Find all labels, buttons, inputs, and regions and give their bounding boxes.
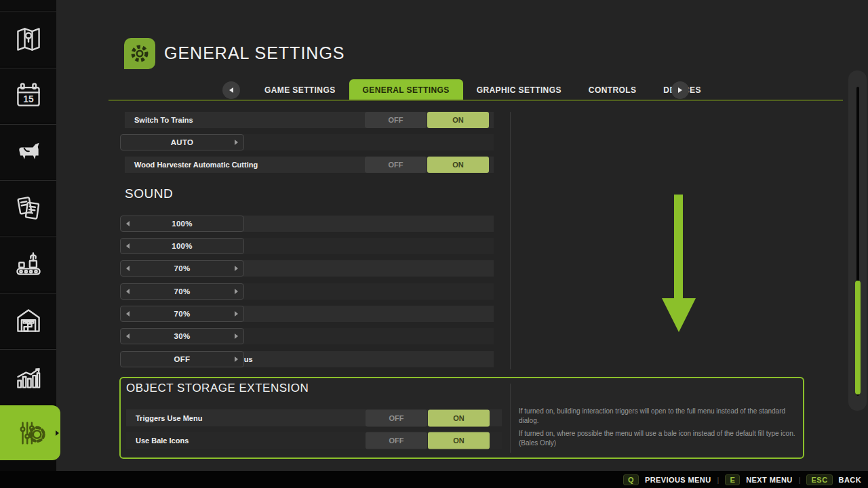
ose-section-heading: OBJECT STORAGE EXTENSION xyxy=(126,382,309,395)
stepper-right-icon[interactable] xyxy=(235,333,238,339)
sidebar: 15 xyxy=(0,0,56,471)
active-item-notch-icon xyxy=(56,430,59,436)
toggle-off-button[interactable]: OFF xyxy=(366,409,427,426)
calendar-icon: 15 xyxy=(14,81,43,110)
key-hint-bar: Q PREVIOUS MENU | E NEXT MENU | ESC BACK xyxy=(0,471,868,488)
volume-master-stepper[interactable]: 100% xyxy=(120,216,244,232)
sidebar-item-calendar[interactable]: 15 xyxy=(0,68,56,123)
key-q-badge: Q xyxy=(623,474,639,485)
left-arrow-icon xyxy=(229,87,233,93)
stepper-left-icon[interactable] xyxy=(126,221,130,226)
toggle-on-button[interactable]: ON xyxy=(428,409,490,426)
use-bale-icons-toggle: OFF ON xyxy=(366,432,490,449)
stepper-value: OFF xyxy=(174,355,191,363)
gui-volume-stepper[interactable]: 30% xyxy=(120,328,244,344)
key-esc-badge: ESC xyxy=(806,474,832,485)
tabs-prev-button[interactable] xyxy=(222,81,240,99)
toggle-on-button[interactable]: ON xyxy=(427,157,489,173)
radio-volume-stepper[interactable]: 70% xyxy=(120,306,244,322)
setting-row-character-volume: Character Volume 70% xyxy=(125,283,494,300)
tab-graphic-settings[interactable]: GRAPHIC SETTINGS xyxy=(463,79,575,100)
setting-row-switch-to-trains: Switch To Trains OFF ON xyxy=(125,112,494,128)
stepper-value: 70% xyxy=(174,287,191,296)
toggle-on-button[interactable]: ON xyxy=(428,432,490,449)
sidebar-item-statistics[interactable] xyxy=(0,349,56,404)
wood-harvester-toggle: OFF ON xyxy=(365,157,489,173)
map-icon xyxy=(14,24,43,54)
settings-sliders-gear-icon xyxy=(15,418,46,449)
setting-label: Switch To Trains xyxy=(134,116,193,124)
gear-icon xyxy=(128,42,151,65)
input-help-mode-select[interactable]: AUTO xyxy=(120,134,244,150)
character-volume-stepper[interactable]: 70% xyxy=(120,283,244,300)
tabs-next-button[interactable] xyxy=(671,81,689,99)
game-volume-focus-stepper[interactable]: OFF xyxy=(120,351,244,367)
pointer-arrow-icon xyxy=(662,298,696,332)
key-e-badge: E xyxy=(725,474,740,485)
ose-description-1: If turned on, building interaction trigg… xyxy=(519,407,804,426)
stepper-value: 70% xyxy=(174,264,191,272)
calendar-day-label: 15 xyxy=(23,94,34,104)
documents-icon xyxy=(14,193,43,223)
stepper-value: 30% xyxy=(174,332,191,340)
stepper-right-icon[interactable] xyxy=(235,266,238,271)
setting-row-environment-volume: Environment Volume 70% xyxy=(125,260,494,277)
stepper-right-icon[interactable] xyxy=(235,140,238,145)
tab-controls[interactable]: CONTROLS xyxy=(575,79,650,100)
tab-general-settings[interactable]: GENERAL SETTINGS xyxy=(349,79,463,100)
stepper-left-icon[interactable] xyxy=(126,333,130,339)
environment-volume-stepper[interactable]: 70% xyxy=(120,260,244,277)
sidebar-item-map[interactable] xyxy=(0,12,56,66)
stepper-value: 70% xyxy=(174,310,191,318)
setting-label: Triggers Use Menu xyxy=(136,414,202,422)
back-label: BACK xyxy=(839,476,861,484)
setting-row-gui-volume: GUI Volume 30% xyxy=(125,328,494,344)
hint-separator: | xyxy=(799,476,801,484)
stepper-right-icon[interactable] xyxy=(235,311,238,317)
sidebar-item-production[interactable] xyxy=(0,237,56,291)
vehicle-volume-stepper[interactable]: 100% xyxy=(120,238,244,254)
tab-underline xyxy=(108,100,843,101)
toggle-on-button[interactable]: ON xyxy=(427,112,489,128)
setting-row-radio-volume: Radio Volume 70% xyxy=(125,306,494,322)
setting-row-use-bale-icons: Use Bale Icons OFF ON xyxy=(126,432,502,449)
warehouse-icon xyxy=(14,306,43,336)
sidebar-item-animals[interactable] xyxy=(0,124,56,179)
stepper-right-icon[interactable] xyxy=(235,289,238,294)
switch-to-trains-toggle: OFF ON xyxy=(365,112,489,128)
stepper-left-icon[interactable] xyxy=(126,311,130,317)
stepper-left-icon[interactable] xyxy=(126,243,130,249)
select-value: AUTO xyxy=(171,138,194,146)
page-title: GENERAL SETTINGS xyxy=(164,43,345,63)
pointer-arrow-shaft xyxy=(674,195,683,300)
cow-icon xyxy=(14,137,43,167)
setting-row-wood-harvester: Wood Harvester Automatic Cutting OFF ON xyxy=(125,157,494,173)
hint-separator: | xyxy=(717,476,719,484)
setting-row-input-help-mode: Input Help Mode AUTO xyxy=(125,134,494,150)
stepper-right-icon[interactable] xyxy=(235,357,238,362)
scrollbar-thumb[interactable] xyxy=(855,281,861,394)
stepper-value: 100% xyxy=(172,242,193,250)
stepper-left-icon[interactable] xyxy=(126,289,130,294)
setting-label: Wood Harvester Automatic Cutting xyxy=(134,161,258,169)
ose-description-2: If turned on, where possible the menu wi… xyxy=(519,429,804,448)
next-menu-label: NEXT MENU xyxy=(746,476,792,484)
right-arrow-icon xyxy=(678,87,682,93)
toggle-off-button[interactable]: OFF xyxy=(365,157,427,173)
column-divider xyxy=(510,112,511,369)
statistics-icon xyxy=(14,362,43,392)
ose-column-divider xyxy=(510,384,511,453)
settings-badge xyxy=(124,38,155,69)
toggle-off-button[interactable]: OFF xyxy=(365,112,427,128)
toggle-off-button[interactable]: OFF xyxy=(366,432,427,449)
triggers-use-menu-toggle: OFF ON xyxy=(366,409,490,426)
setting-row-triggers-use-menu: Triggers Use Menu OFF ON xyxy=(126,409,502,426)
stepper-left-icon[interactable] xyxy=(126,266,130,271)
tab-bar: GAME SETTINGS GENERAL SETTINGS GRAPHIC S… xyxy=(251,79,715,100)
setting-row-game-volume-focus: Game Volume While Not In Focus OFF xyxy=(125,351,494,367)
sidebar-item-mod-settings[interactable] xyxy=(0,405,60,460)
tab-game-settings[interactable]: GAME SETTINGS xyxy=(251,79,349,100)
setting-row-vehicle-volume: Vehicle Volume 100% xyxy=(125,238,494,254)
sidebar-item-storage[interactable] xyxy=(0,293,56,348)
sidebar-item-finances[interactable] xyxy=(0,180,56,235)
